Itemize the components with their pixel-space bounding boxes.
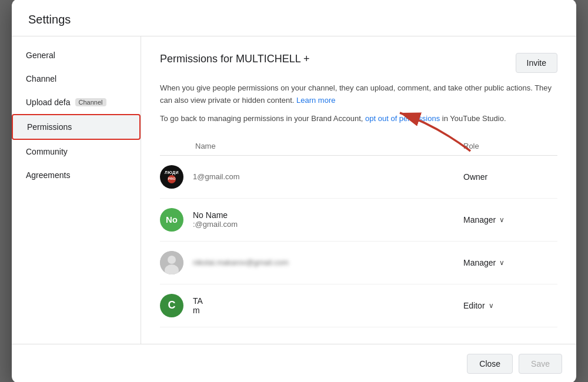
user-info-row1: 1@gmail.com — [183, 172, 463, 181]
permissions-title: Permissions for MULTICHELL + — [160, 53, 310, 65]
role-cell-row1: Owner — [463, 172, 557, 182]
user-email-row1: 1@gmail.com — [193, 172, 463, 181]
table-row: ЛЮДИ PRO 1@gmail.com Owner — [160, 156, 557, 199]
sidebar-item-channel[interactable]: Channel — [12, 67, 141, 91]
permissions-table: Name Role ЛЮДИ PRO 1@gmail.com — [160, 137, 557, 327]
settings-modal: Settings General Channel Upload defa Cha… — [12, 0, 576, 382]
svg-point-2 — [168, 256, 176, 264]
table-row: No No Name :@gmail.com Manager ∨ — [160, 199, 557, 242]
avatar-initials-row4: C — [168, 299, 176, 311]
modal-title: Settings — [28, 13, 560, 26]
dropdown-arrow-icon[interactable]: ∨ — [499, 259, 505, 267]
close-button[interactable]: Close — [467, 354, 513, 374]
modal-body: General Channel Upload defa Channel Perm… — [12, 36, 576, 343]
info-paragraph-2: To go back to managing permissions in yo… — [160, 113, 557, 125]
user-info-row3: nikolai.makarov@gmail.com — [183, 258, 463, 267]
avatar-text-row1: ЛЮДИ — [165, 170, 179, 175]
info-text-3: in YouTube Studio. — [442, 114, 506, 123]
sidebar-item-upload-defaults[interactable]: Upload defa Channel — [12, 91, 141, 114]
sidebar: General Channel Upload defa Channel Perm… — [12, 36, 141, 343]
user-info-row4: TA m — [183, 296, 463, 315]
sidebar-item-permissions[interactable]: Permissions — [12, 114, 141, 140]
content-header: Permissions for MULTICHELL + Invite — [160, 53, 557, 73]
modal-header: Settings — [12, 0, 576, 36]
info-paragraph-1: When you give people permissions on your… — [160, 82, 557, 107]
sidebar-label-community: Community — [26, 147, 68, 156]
opt-out-link[interactable]: opt out of permissions — [365, 114, 440, 123]
avatar-row1: ЛЮДИ PRO — [160, 165, 183, 189]
sidebar-item-agreements[interactable]: Agreements — [12, 163, 141, 187]
modal-footer: Close Save — [12, 344, 576, 382]
learn-more-link[interactable]: Learn more — [296, 96, 335, 105]
role-label-row4: Editor — [463, 301, 485, 310]
avatar-photo-svg — [160, 251, 183, 274]
avatar-row4: C — [160, 294, 183, 317]
info-text-1: When you give people permissions on your… — [160, 83, 552, 105]
user-email-row3: nikolai.makarov@gmail.com — [193, 258, 463, 267]
role-label-row1: Owner — [463, 172, 487, 182]
user-info-row2: No Name :@gmail.com — [183, 210, 463, 229]
sidebar-label-general: General — [26, 51, 55, 60]
sidebar-label-channel: Channel — [26, 74, 56, 83]
content-area: Permissions for MULTICHELL + Invite When… — [141, 36, 576, 343]
red-dot-icon: PRO — [168, 175, 176, 183]
user-name-row4: TA m — [193, 296, 463, 315]
save-button[interactable]: Save — [519, 354, 562, 374]
col-header-name: Name — [160, 142, 463, 150]
table-header: Name Role — [160, 137, 557, 156]
dropdown-arrow-icon[interactable]: ∨ — [499, 216, 505, 224]
sidebar-label-permissions: Permissions — [27, 122, 72, 132]
table-row: C TA m Editor ∨ — [160, 284, 557, 327]
info-text-2: To go back to managing permissions in yo… — [160, 114, 363, 123]
upload-defaults-badge: Channel — [75, 98, 106, 106]
user-email-row2: :@gmail.com — [193, 220, 463, 229]
role-label-row2: Manager — [463, 215, 496, 224]
user-name-row2: No Name — [193, 210, 463, 220]
sidebar-item-community[interactable]: Community — [12, 140, 141, 163]
dropdown-arrow-icon[interactable]: ∨ — [489, 301, 494, 310]
sidebar-item-general[interactable]: General — [12, 43, 141, 67]
sidebar-label-agreements: Agreements — [26, 170, 70, 180]
avatar-initials-row2: No — [166, 215, 178, 224]
avatar-row3 — [160, 251, 183, 274]
role-cell-row2[interactable]: Manager ∨ — [463, 215, 557, 224]
col-header-role: Role — [463, 142, 557, 150]
role-cell-row3[interactable]: Manager ∨ — [463, 258, 557, 267]
role-cell-row4[interactable]: Editor ∨ — [463, 301, 557, 310]
invite-button[interactable]: Invite — [516, 53, 557, 73]
avatar-row2: No — [160, 208, 183, 232]
role-label-row3: Manager — [463, 258, 496, 267]
table-row: nikolai.makarov@gmail.com Manager ∨ — [160, 242, 557, 284]
sidebar-label-upload-defaults: Upload defa — [26, 98, 71, 107]
